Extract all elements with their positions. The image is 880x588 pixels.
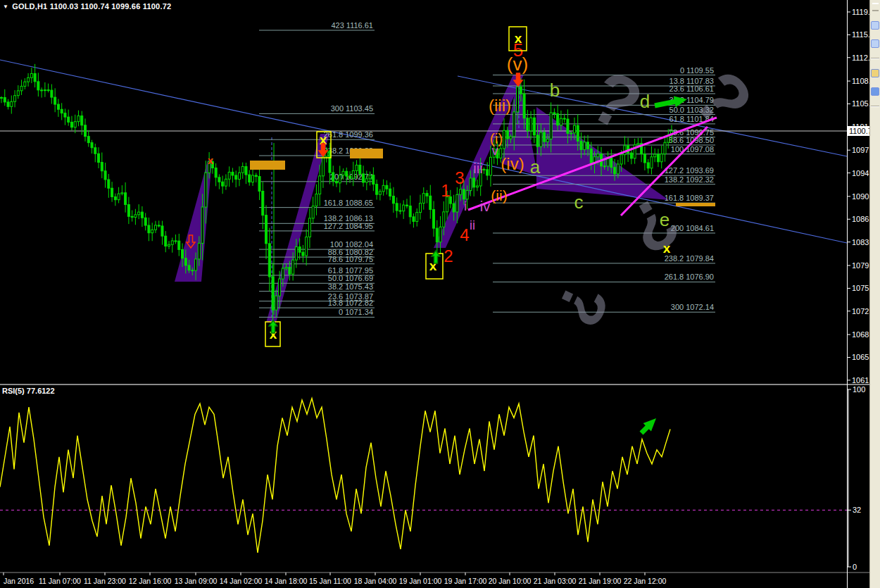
candle-body	[47, 90, 49, 91]
candle-body	[630, 153, 632, 158]
candle-body	[127, 205, 130, 217]
toolbar-separator	[871, 106, 879, 107]
candle-body	[77, 116, 80, 122]
candle-body	[643, 154, 646, 163]
candle-body	[533, 118, 535, 135]
candle-body	[463, 189, 465, 199]
candle-body	[134, 215, 137, 218]
candle-body	[603, 166, 605, 167]
candle-body	[540, 132, 542, 146]
time-tick-label: 19 Jan 17:00	[444, 577, 487, 585]
time-tick-label: 12 Jan 16:00	[129, 577, 172, 585]
candle-body	[359, 165, 361, 173]
candle-body	[104, 171, 106, 180]
new-order-icon[interactable]	[871, 69, 879, 77]
navigator-icon[interactable]	[871, 87, 879, 96]
fib-level-label: 127.2 1093.69	[665, 166, 714, 175]
candle-body	[255, 175, 257, 177]
wave-label: (ii)	[491, 187, 507, 204]
candle-body	[258, 177, 260, 192]
candle-body	[182, 249, 184, 258]
rsi-scale-label: 0	[853, 563, 857, 571]
orange-zone-rect[interactable]	[350, 149, 383, 158]
candle-body	[114, 196, 116, 199]
candle-body	[70, 122, 73, 127]
candle-body	[175, 241, 177, 242]
candle-body	[195, 259, 197, 270]
fib-level-label: 100 1097.08	[671, 145, 714, 154]
docked-toolbar	[869, 0, 880, 588]
candle-body	[546, 139, 548, 142]
orange-zone-rect[interactable]	[676, 203, 715, 206]
fib-level-label: 0 1071.34	[339, 308, 373, 316]
toolbar-separator	[871, 58, 879, 59]
orange-zone-rect[interactable]	[250, 161, 285, 170]
wave-label: (v)	[507, 54, 528, 75]
price-chart[interactable]: 423 1116.61300 1103.45261.8 1099.36238.2…	[0, 0, 880, 588]
wave-label: 3	[455, 168, 464, 187]
candle-body	[238, 173, 240, 179]
candle-body	[20, 86, 23, 90]
candle-body	[553, 113, 555, 114]
fib-level-label: 61.8 1077.95	[328, 266, 373, 275]
candle-body	[379, 192, 381, 194]
candle-body	[382, 185, 384, 192]
candle-body	[637, 144, 639, 145]
candle-body	[268, 244, 270, 277]
fib-level-label: 261.8 1076.90	[665, 273, 714, 281]
wave-label: d	[640, 91, 650, 112]
candle-body	[527, 118, 529, 131]
candle-body	[154, 225, 156, 230]
candle-body	[580, 141, 582, 149]
candle-body	[201, 207, 203, 243]
candle-body	[312, 206, 314, 218]
candle-body	[141, 212, 143, 218]
candle-body	[245, 167, 247, 175]
candle-body	[363, 174, 365, 182]
candle-body	[68, 117, 70, 122]
candle-body	[131, 216, 133, 217]
candle-body	[125, 193, 127, 205]
candle-body	[178, 241, 180, 249]
time-tick-label: 21 Jan 03:00	[534, 577, 577, 585]
window-icon-1[interactable]	[871, 21, 879, 30]
candle-body	[198, 243, 200, 258]
candle-body	[587, 142, 589, 149]
candle-body	[356, 165, 358, 170]
time-tick-label: 14 Jan 02:00	[220, 577, 263, 585]
candle-body	[386, 185, 388, 189]
candle-body	[118, 194, 120, 200]
candle-body	[567, 119, 569, 133]
fib-level-label: 138.2 1092.32	[665, 175, 714, 184]
candle-body	[322, 156, 324, 176]
candle-body	[228, 172, 230, 179]
candle-body	[272, 277, 274, 310]
candle-body	[41, 90, 43, 91]
candle-body	[235, 175, 237, 180]
candle-body	[560, 118, 562, 125]
candle-body	[617, 164, 619, 174]
candle-body	[396, 204, 398, 211]
candle-body	[315, 194, 318, 206]
candle-body	[614, 168, 616, 174]
candle-body	[503, 130, 505, 149]
dropdown-icon[interactable]: ▼	[3, 4, 8, 10]
candle-body	[121, 193, 123, 194]
candle-body	[7, 102, 9, 106]
candle-body	[473, 178, 475, 187]
x-marker: x	[663, 241, 671, 256]
candle-body	[292, 260, 294, 274]
candle-body	[101, 163, 103, 171]
candle-body	[369, 175, 371, 179]
toolbar-grip[interactable]	[872, 3, 879, 11]
candle-body	[389, 189, 391, 196]
time-tick-label: 13 Jan 09:00	[175, 577, 218, 585]
window-icon-2[interactable]	[871, 39, 879, 48]
candle-body	[61, 109, 63, 113]
wave-label: i	[464, 199, 467, 213]
fib-level-label: 423 1116.61	[331, 21, 373, 30]
candle-body	[151, 230, 153, 232]
candle-body	[365, 179, 367, 182]
wave-label: 1	[441, 181, 450, 200]
candle-body	[392, 196, 394, 204]
